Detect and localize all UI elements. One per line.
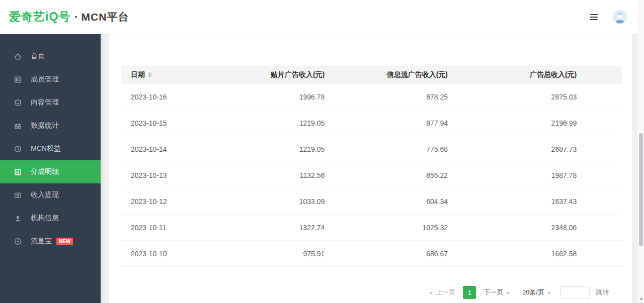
page-size-value: 20条/页 xyxy=(522,288,544,297)
logo-brand-text: 爱奇艺iQ号 xyxy=(9,9,70,25)
revenue-icon xyxy=(14,168,22,176)
table-row: 2023-10-141219.05775.682687.73 xyxy=(121,136,622,162)
hamburger-icon[interactable] xyxy=(590,14,598,20)
next-arrow-icon[interactable]: ▸ xyxy=(507,289,510,296)
sidebar-item-label: 流量宝 xyxy=(31,237,52,246)
cell-patch-ad-income: 1219.05 xyxy=(217,119,325,127)
cell-patch-ad-income: 1033.09 xyxy=(217,197,325,206)
cell-feed-ad-income: 686.67 xyxy=(325,250,448,258)
sidebar-item-label: 首页 xyxy=(31,52,45,61)
sidebar-item-withdraw[interactable]: 收入提现 xyxy=(0,183,101,207)
sidebar-item-stats[interactable]: 数据统计 xyxy=(0,114,101,137)
table-row: 2023-10-111322.741025.322348.06 xyxy=(121,215,622,241)
revenue-table: 日期贴片广告收入(元)信息流广告收入(元)广告总收入(元) 2023-10-16… xyxy=(109,49,632,299)
current-page-button[interactable]: 1 xyxy=(463,286,476,299)
cell-total-ad-income: 2875.03 xyxy=(448,93,577,101)
column-header-patch-ad-income: 贴片广告收入(元) xyxy=(217,70,325,79)
sidebar-item-revenue-detail[interactable]: 分成明细 xyxy=(0,160,101,183)
logo[interactable]: 爱奇艺iQ号 · MCN平台 xyxy=(9,9,129,25)
page-jump-input[interactable] xyxy=(560,286,590,299)
sidebar-item-mcn-rights[interactable]: MCN权益 xyxy=(0,137,101,160)
sidebar: 首页成员管理内容管理数据统计MCN权益分成明细收入提现机构信息流量宝NEW xyxy=(0,34,101,303)
user-avatar-icon xyxy=(613,10,627,24)
prev-arrow-icon[interactable]: ◂ xyxy=(429,289,432,296)
column-header-label: 信息流广告收入(元) xyxy=(387,70,448,78)
cell-total-ad-income: 2196.99 xyxy=(448,119,577,127)
chevron-down-icon: ▾ xyxy=(548,290,550,295)
table-body: 2023-10-161996.78878.252875.032023-10-15… xyxy=(121,84,622,267)
traffic-icon xyxy=(14,237,22,246)
new-badge: NEW xyxy=(56,238,73,245)
cell-feed-ad-income: 775.68 xyxy=(325,145,448,153)
column-header-total-ad-income: 广告总收入(元) xyxy=(448,70,577,79)
cell-total-ad-income: 1987.78 xyxy=(448,171,577,179)
column-header-date[interactable]: 日期 xyxy=(131,70,217,79)
cell-feed-ad-income: 604.34 xyxy=(325,197,448,206)
stats-icon xyxy=(14,122,22,130)
prev-page-button[interactable]: 上一页 xyxy=(436,288,455,297)
logo-product-text: MCN平台 xyxy=(82,10,129,24)
cell-feed-ad-income: 855.22 xyxy=(325,171,448,179)
main-area: 日期贴片广告收入(元)信息流广告收入(元)广告总收入(元) 2023-10-16… xyxy=(101,34,644,303)
cell-date: 2023-10-14 xyxy=(131,145,217,153)
scrollbar-thumb[interactable] xyxy=(639,133,643,246)
sidebar-item-label: 分成明细 xyxy=(31,167,59,176)
sidebar-item-label: 收入提现 xyxy=(31,190,59,199)
column-header-feed-ad-income: 信息流广告收入(元) xyxy=(325,70,448,79)
sidebar-item-org-info[interactable]: 机构信息 xyxy=(0,207,101,230)
cell-date: 2023-10-15 xyxy=(131,119,217,127)
cell-date: 2023-10-11 xyxy=(131,224,217,232)
top-header: 爱奇艺iQ号 · MCN平台 xyxy=(0,0,644,34)
table-row: 2023-10-131132.56855.221987.78 xyxy=(121,162,622,188)
next-page-button[interactable]: 下一页 xyxy=(484,288,503,297)
table-row: 2023-10-161996.78878.252875.03 xyxy=(121,84,622,110)
cell-total-ad-income: 2687.73 xyxy=(448,145,577,153)
cell-date: 2023-10-10 xyxy=(131,250,217,258)
sidebar-item-traffic[interactable]: 流量宝NEW xyxy=(0,230,101,253)
table-row: 2023-10-121033.09604.341637.43 xyxy=(121,188,622,215)
sidebar-item-label: 数据统计 xyxy=(31,121,59,130)
withdraw-icon xyxy=(14,191,22,199)
page-size-select[interactable]: 20条/页 ▾ xyxy=(522,288,550,297)
pagination: ◂ 上一页 1 下一页 ▸ 20条/页 ▾ 跳转 xyxy=(121,286,609,299)
sidebar-item-home[interactable]: 首页 xyxy=(0,45,101,68)
cell-total-ad-income: 1637.43 xyxy=(448,197,577,206)
header-actions xyxy=(590,10,627,24)
avatar[interactable] xyxy=(613,10,627,24)
table-row: 2023-10-151219.05977.942196.99 xyxy=(121,110,622,136)
cell-patch-ad-income: 1132.56 xyxy=(217,171,325,179)
sidebar-item-members[interactable]: 成员管理 xyxy=(0,68,101,91)
cell-patch-ad-income: 1322.74 xyxy=(217,224,325,232)
sidebar-item-content[interactable]: 内容管理 xyxy=(0,91,101,114)
cell-total-ad-income: 1662.58 xyxy=(448,250,577,258)
sort-icon[interactable] xyxy=(148,72,152,77)
sidebar-item-label: 内容管理 xyxy=(31,98,59,107)
cell-feed-ad-income: 1025.32 xyxy=(325,224,448,232)
members-icon xyxy=(14,75,22,84)
table-header-row: 日期贴片广告收入(元)信息流广告收入(元)广告总收入(元) xyxy=(121,66,622,84)
cell-date: 2023-10-12 xyxy=(131,197,217,206)
home-icon xyxy=(14,52,22,61)
scroll-down-icon[interactable]: ▾ xyxy=(638,296,644,301)
cell-total-ad-income: 2348.06 xyxy=(448,224,577,232)
cell-feed-ad-income: 878.25 xyxy=(325,93,448,101)
clock-icon xyxy=(14,145,22,153)
jump-button[interactable]: 跳转 xyxy=(596,288,609,297)
column-header-label: 贴片广告收入(元) xyxy=(271,70,325,78)
cell-patch-ad-income: 1219.05 xyxy=(217,145,325,153)
logo-separator: · xyxy=(74,11,78,24)
column-header-label: 日期 xyxy=(131,70,145,79)
scrollbar[interactable]: ▾ xyxy=(637,0,644,303)
cell-date: 2023-10-13 xyxy=(131,171,217,179)
table-row: 2023-10-10975.91686.671662.58 xyxy=(121,241,622,267)
cell-patch-ad-income: 1996.78 xyxy=(217,93,325,101)
sidebar-item-label: MCN权益 xyxy=(31,144,61,153)
sidebar-item-label: 机构信息 xyxy=(31,214,59,223)
cell-feed-ad-income: 977.94 xyxy=(325,119,448,127)
sidebar-item-label: 成员管理 xyxy=(31,75,59,84)
column-header-label: 广告总收入(元) xyxy=(530,70,577,78)
cell-patch-ad-income: 975.91 xyxy=(217,250,325,258)
cell-date: 2023-10-16 xyxy=(131,93,217,101)
content-icon xyxy=(14,98,22,107)
breadcrumb-bar xyxy=(109,34,632,49)
